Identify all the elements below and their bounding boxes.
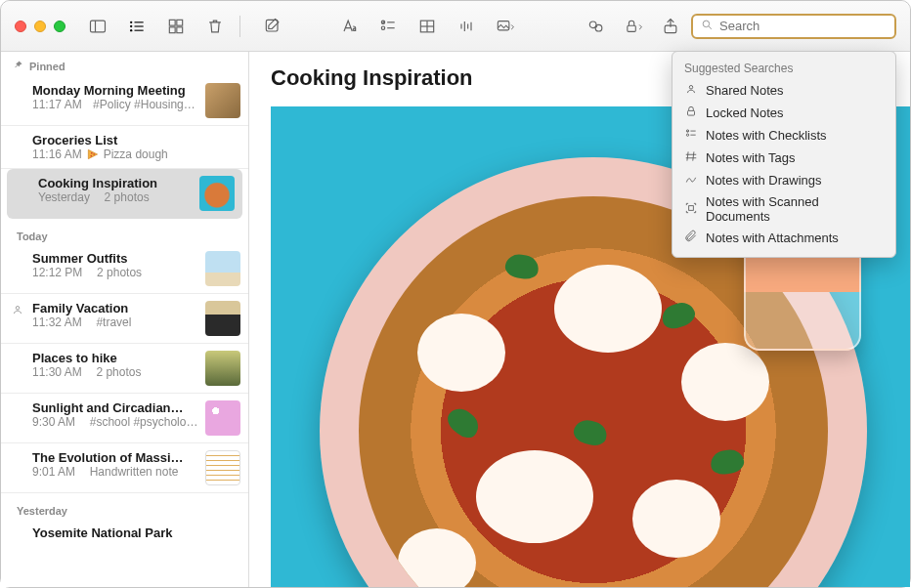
audio-icon[interactable] bbox=[456, 16, 477, 37]
share-icon[interactable] bbox=[660, 16, 681, 37]
note-thumbnail bbox=[205, 83, 240, 118]
minimize-window-button[interactable] bbox=[34, 21, 46, 32]
fullscreen-window-button[interactable] bbox=[54, 21, 65, 32]
today-section-header: Today bbox=[1, 219, 248, 244]
suggestion-label: Notes with Checklists bbox=[706, 128, 827, 143]
lock-icon bbox=[684, 105, 698, 121]
svg-rect-32 bbox=[688, 110, 695, 115]
svg-rect-11 bbox=[177, 26, 183, 32]
suggestion-scanned[interactable]: Notes with Scanned Documents bbox=[672, 191, 895, 227]
note-title: The Evolution of Massi… bbox=[32, 450, 197, 465]
note-meta: 11:16 AM Pizza dough bbox=[32, 147, 240, 161]
suggestion-shared-notes[interactable]: Shared Notes bbox=[672, 79, 895, 102]
note-title: Yosemite National Park bbox=[32, 525, 240, 540]
svg-point-29 bbox=[703, 21, 710, 27]
note-row-sunlight-circadian[interactable]: Sunlight and Circadian… 9:30 AM #school … bbox=[1, 394, 248, 443]
note-thumbnail bbox=[205, 301, 240, 336]
scan-icon bbox=[684, 201, 698, 218]
yesterday-section-header: Yesterday bbox=[1, 493, 248, 519]
suggestion-label: Notes with Drawings bbox=[706, 173, 822, 188]
note-thumbnail bbox=[205, 251, 240, 286]
note-thumbnail bbox=[199, 176, 235, 211]
suggestion-tags[interactable]: Notes with Tags bbox=[672, 147, 895, 169]
note-title: Summer Outfits bbox=[32, 251, 197, 266]
search-suggestions-panel: Suggested Searches Shared Notes Locked N… bbox=[672, 51, 896, 258]
note-title: Sunlight and Circadian… bbox=[32, 400, 197, 415]
note-row-family-vacation[interactable]: Family Vacation 11:32 AM #travel bbox=[1, 294, 248, 344]
note-title: Monday Morning Meeting bbox=[32, 83, 197, 98]
note-title: Cooking Inspiration bbox=[38, 176, 192, 190]
table-icon[interactable] bbox=[416, 16, 438, 37]
grid-view-icon[interactable] bbox=[165, 16, 187, 37]
svg-point-44 bbox=[93, 153, 95, 155]
note-row-summer-outfits[interactable]: Summer Outfits 12:12 PM 2 photos bbox=[1, 244, 248, 294]
attachment-icon bbox=[684, 230, 698, 246]
note-row-evolution-massive[interactable]: The Evolution of Massi… 9:01 AM Handwrit… bbox=[1, 443, 248, 493]
note-row-cooking-inspiration[interactable]: Cooking Inspiration Yesterday 2 photos bbox=[7, 169, 242, 219]
note-title: Family Vacation bbox=[32, 301, 197, 315]
suggestion-label: Notes with Tags bbox=[706, 150, 796, 165]
suggestion-drawings[interactable]: Notes with Drawings bbox=[672, 169, 895, 191]
svg-line-37 bbox=[687, 151, 688, 160]
svg-rect-27 bbox=[628, 25, 635, 31]
note-title: Places to hike bbox=[32, 351, 197, 365]
note-row-yosemite[interactable]: Yosemite National Park bbox=[1, 519, 248, 547]
svg-rect-10 bbox=[169, 26, 175, 32]
toolbar-center bbox=[240, 16, 516, 37]
app-window: Suggested Searches Shared Notes Locked N… bbox=[0, 0, 911, 588]
note-title: Groceries List bbox=[32, 133, 240, 147]
svg-point-6 bbox=[130, 29, 132, 31]
notes-list-sidebar[interactable]: Pinned Monday Morning Meeting 11:17 AM #… bbox=[1, 52, 249, 587]
svg-point-4 bbox=[130, 24, 132, 26]
search-icon bbox=[701, 19, 714, 34]
note-row-groceries[interactable]: Groceries List 11:16 AM Pizza dough bbox=[1, 126, 248, 169]
svg-point-15 bbox=[381, 26, 384, 29]
media-menu-icon[interactable] bbox=[495, 16, 516, 37]
search-field[interactable] bbox=[691, 14, 896, 39]
note-row-places-to-hike[interactable]: Places to hike 11:30 AM 2 photos bbox=[1, 344, 248, 394]
drawing-icon bbox=[684, 172, 698, 189]
note-meta: 9:01 AM Handwritten note bbox=[32, 465, 197, 479]
svg-line-38 bbox=[693, 151, 694, 160]
note-meta: 11:32 AM #travel bbox=[32, 315, 197, 329]
suggestion-label: Locked Notes bbox=[706, 105, 784, 120]
compose-icon[interactable] bbox=[262, 16, 283, 37]
suggestion-label: Shared Notes bbox=[706, 83, 784, 98]
suggestion-locked-notes[interactable]: Locked Notes bbox=[672, 102, 895, 124]
note-row-monday-meeting[interactable]: Monday Morning Meeting 11:17 AM #Policy … bbox=[1, 76, 248, 126]
svg-point-43 bbox=[90, 155, 92, 157]
suggestion-checklists[interactable]: Notes with Checklists bbox=[672, 124, 895, 147]
note-thumbnail bbox=[205, 400, 240, 436]
toolbar-right bbox=[586, 16, 691, 37]
svg-point-31 bbox=[689, 86, 693, 90]
suggestions-header: Suggested Searches bbox=[672, 58, 895, 79]
people-icon bbox=[11, 303, 24, 316]
toggle-sidebar-icon[interactable] bbox=[87, 16, 108, 37]
search-input[interactable] bbox=[719, 19, 887, 33]
close-window-button[interactable] bbox=[15, 21, 26, 32]
pinned-label: Pinned bbox=[29, 61, 65, 72]
checklist-icon[interactable] bbox=[377, 16, 399, 37]
suggestion-label: Notes with Attachments bbox=[706, 231, 839, 245]
delete-icon[interactable] bbox=[204, 16, 226, 37]
svg-line-30 bbox=[709, 26, 712, 29]
svg-point-42 bbox=[91, 152, 93, 154]
note-meta: 12:12 PM 2 photos bbox=[32, 266, 197, 279]
pizza-icon bbox=[86, 147, 100, 161]
text-format-icon[interactable] bbox=[338, 16, 360, 37]
note-meta: 11:30 AM 2 photos bbox=[32, 365, 197, 379]
svg-point-35 bbox=[686, 134, 688, 136]
titlebar bbox=[1, 1, 910, 52]
pin-icon bbox=[13, 60, 23, 72]
note-meta: 11:17 AM #Policy #Housing… bbox=[32, 98, 197, 111]
window-controls bbox=[1, 21, 65, 32]
link-icon[interactable] bbox=[586, 16, 607, 37]
search-wrap bbox=[691, 14, 896, 39]
toolbar-left bbox=[65, 16, 226, 37]
note-thumbnail bbox=[205, 351, 240, 386]
svg-rect-0 bbox=[91, 21, 106, 32]
lock-menu-icon[interactable] bbox=[623, 16, 644, 37]
suggestion-attachments[interactable]: Notes with Attachments bbox=[672, 227, 895, 249]
list-view-icon[interactable] bbox=[126, 16, 148, 37]
pinned-section-header: Pinned bbox=[1, 52, 248, 76]
